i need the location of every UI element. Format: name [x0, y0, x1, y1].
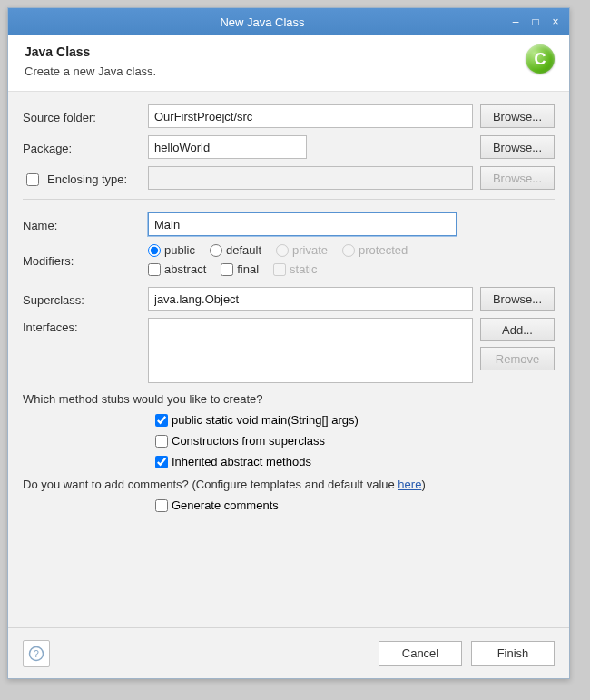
- generate-comments-checkbox[interactable]: Generate comments: [155, 498, 555, 512]
- modifier-static-checkbox: static: [273, 262, 317, 276]
- enclosing-type-checkbox[interactable]: [26, 173, 39, 186]
- comments-question: Do you want to add comments? (Configure …: [23, 478, 555, 491]
- close-icon[interactable]: ×: [549, 15, 562, 28]
- name-label: Name:: [23, 216, 141, 232]
- help-button[interactable]: ?: [23, 640, 50, 667]
- modifiers-label: Modifiers:: [23, 251, 141, 268]
- superclass-label: Superclass:: [23, 291, 141, 307]
- source-folder-browse-button[interactable]: Browse...: [480, 104, 555, 128]
- cancel-button[interactable]: Cancel: [379, 641, 462, 666]
- finish-button[interactable]: Finish: [471, 641, 555, 666]
- configure-templates-link[interactable]: here: [398, 478, 421, 491]
- interfaces-label: Interfaces:: [23, 318, 141, 334]
- interfaces-list[interactable]: [148, 318, 473, 383]
- minimize-icon[interactable]: –: [509, 15, 522, 28]
- source-folder-label: Source folder:: [23, 108, 141, 124]
- package-input[interactable]: [148, 135, 307, 159]
- class-logo-icon: C: [526, 44, 555, 74]
- page-subtitle: Create a new Java class.: [25, 64, 553, 78]
- enclosing-type-label: Enclosing type:: [47, 173, 127, 186]
- dialog-body: Source folder: Browse... Package: Browse…: [8, 92, 569, 675]
- stubs-question: Which method stubs would you like to cre…: [23, 392, 555, 406]
- page-title: Java Class: [25, 44, 553, 59]
- dialog-header: Java Class Create a new Java class. C: [8, 35, 569, 92]
- maximize-icon[interactable]: □: [529, 15, 542, 28]
- name-input[interactable]: [148, 212, 457, 236]
- modifier-private-radio: private: [276, 243, 328, 257]
- package-label: Package:: [23, 139, 141, 155]
- modifier-abstract-checkbox[interactable]: abstract: [148, 262, 206, 276]
- interfaces-add-button[interactable]: Add...: [480, 318, 555, 341]
- superclass-browse-button[interactable]: Browse...: [480, 287, 555, 311]
- window-title: New Java Class: [15, 15, 509, 29]
- window-controls: – □ ×: [509, 15, 562, 28]
- stub-main-checkbox[interactable]: public static void main(String[] args): [155, 413, 555, 427]
- dialog-footer: ? Cancel Finish: [8, 627, 569, 678]
- interfaces-remove-button: Remove: [480, 347, 555, 370]
- stub-constructors-checkbox[interactable]: Constructors from superclass: [155, 434, 555, 448]
- help-icon: ?: [28, 646, 44, 662]
- superclass-input[interactable]: [148, 287, 473, 311]
- modifier-public-radio[interactable]: public: [148, 243, 195, 257]
- svg-text:?: ?: [34, 647, 39, 658]
- separator: [23, 199, 555, 200]
- title-bar[interactable]: New Java Class – □ ×: [8, 8, 569, 35]
- modifier-final-checkbox[interactable]: final: [221, 262, 259, 276]
- dialog-window: New Java Class – □ × Java Class Create a…: [7, 7, 570, 679]
- enclosing-type-input: [148, 166, 473, 190]
- enclosing-type-browse-button: Browse...: [480, 166, 555, 190]
- stub-inherited-checkbox[interactable]: Inherited abstract methods: [155, 455, 555, 468]
- modifier-protected-radio: protected: [342, 243, 408, 257]
- source-folder-input[interactable]: [148, 104, 473, 128]
- package-browse-button[interactable]: Browse...: [480, 135, 555, 159]
- modifier-default-radio[interactable]: default: [210, 243, 261, 257]
